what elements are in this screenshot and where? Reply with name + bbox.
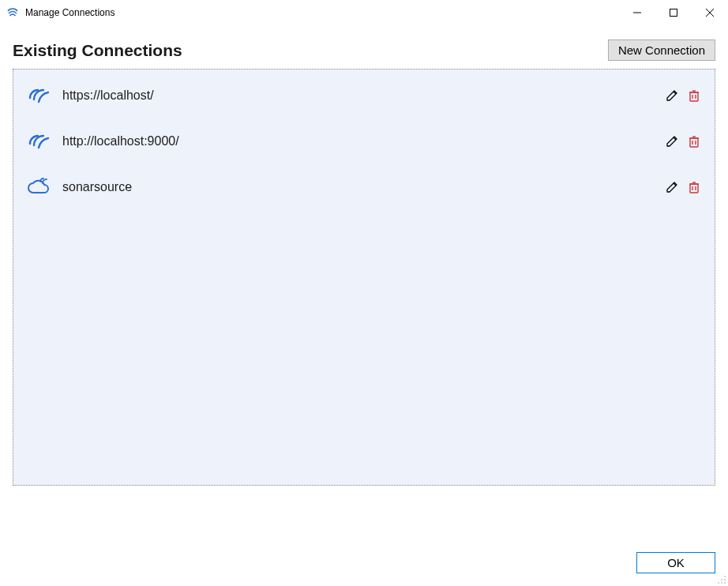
svg-point-22 [724, 576, 726, 577]
connection-label: https://localhost/ [62, 88, 664, 103]
connection-row[interactable]: https://localhost/ [23, 79, 705, 112]
svg-point-23 [721, 579, 722, 580]
delete-icon[interactable] [686, 133, 702, 149]
svg-rect-1 [670, 9, 677, 17]
edit-icon[interactable] [664, 133, 680, 149]
ok-button[interactable]: OK [636, 552, 715, 573]
connection-row[interactable]: http://localhost:9000/ [23, 125, 705, 158]
svg-point-26 [721, 582, 722, 584]
header-row: Existing Connections New Connection [13, 39, 715, 61]
row-actions [664, 179, 702, 195]
svg-point-25 [718, 582, 719, 584]
sonarqube-icon [26, 83, 51, 108]
row-actions [664, 88, 702, 103]
svg-rect-17 [690, 184, 698, 193]
edit-icon[interactable] [664, 88, 680, 103]
delete-icon[interactable] [686, 88, 702, 103]
connection-label: sonarsource [62, 180, 664, 194]
resize-grip[interactable] [715, 573, 726, 584]
new-connection-button[interactable]: New Connection [608, 39, 715, 61]
connection-row[interactable]: sonarsource [23, 171, 705, 204]
row-actions [664, 133, 702, 149]
sonarcloud-icon [26, 175, 51, 200]
maximize-button[interactable] [655, 0, 692, 25]
svg-rect-11 [690, 138, 698, 147]
svg-point-27 [724, 582, 726, 584]
edit-icon[interactable] [664, 179, 680, 195]
svg-rect-5 [690, 92, 698, 101]
minimize-button[interactable] [619, 0, 655, 25]
window-title: Manage Connections [25, 7, 619, 18]
delete-icon[interactable] [686, 179, 702, 195]
footer: OK [13, 552, 715, 573]
svg-point-24 [724, 579, 726, 580]
titlebar: Manage Connections [0, 0, 728, 25]
connections-panel: https://localhost/ [13, 69, 715, 486]
app-icon [6, 6, 19, 19]
content-area: Existing Connections New Connection http… [0, 25, 728, 498]
sonarqube-icon [26, 129, 51, 154]
connection-label: http://localhost:9000/ [62, 134, 664, 148]
window-controls [619, 0, 728, 25]
close-button[interactable] [692, 0, 728, 25]
page-title: Existing Connections [13, 41, 182, 60]
